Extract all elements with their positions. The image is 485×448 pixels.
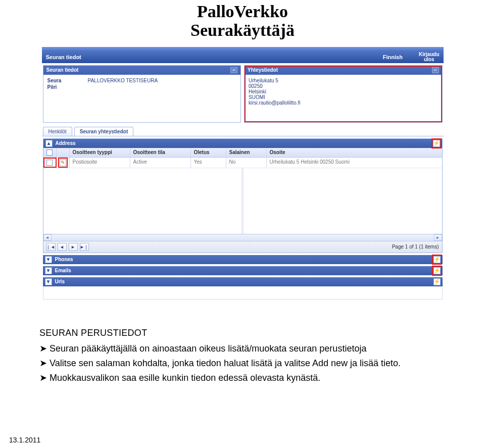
col-osoitteen-tila[interactable]: Osoitteen tila (130, 148, 191, 157)
expand-icon[interactable]: ▼ (45, 267, 52, 274)
section-title: Urls (55, 279, 65, 284)
contact-line: SUOMI (249, 94, 438, 100)
pager: ❘◄ ◄ ► ►❘ Page 1 of 1 (1 items) (43, 241, 442, 253)
kv-value: PALLOVERKKO TESTISEURA (88, 78, 237, 83)
panel-title-right: Yhteystiedot (248, 67, 278, 73)
expand-icon[interactable]: ▼ (45, 256, 52, 263)
col-osoite[interactable]: Osoite (267, 148, 442, 157)
header-checkbox-col (43, 148, 57, 157)
pager-prev-icon[interactable]: ◄ (58, 243, 67, 251)
bullet-item: ➤ Muokkausvalikon saa esille kunkin tied… (39, 372, 446, 384)
panel-title-left: Seuran tiedot (46, 67, 79, 73)
bullet-marker-icon: ➤ (39, 357, 50, 370)
grid-header: Osoitteen tyyppi Osoitteen tila Oletus S… (43, 148, 442, 158)
row-edit-cell[interactable]: ✎ (57, 158, 70, 168)
top-strip (42, 47, 444, 51)
section-phones[interactable]: ▼ Phones ⚡ (43, 255, 443, 264)
title-line1: PalloVerkko (197, 2, 288, 21)
address-grid: Osoitteen tyyppi Osoitteen tila Oletus S… (43, 148, 442, 253)
contact-line: 00250 (249, 83, 438, 89)
kv-row: Piiri (47, 84, 237, 90)
table-row[interactable]: ✎ Postiosoite Active Yes No Urheilukatu … (43, 158, 442, 168)
pager-next-icon[interactable]: ► (69, 243, 78, 251)
logout-button[interactable]: Kirjaudu ulos (419, 52, 440, 62)
cell-secret: No (226, 158, 267, 168)
panel-header-right: Yhteystiedot – (245, 66, 442, 75)
pencil-icon[interactable]: ✎ (60, 159, 66, 166)
bullet-item: ➤ Seuran pääkäyttäjällä on ainoastaan oi… (39, 342, 446, 355)
bullet-marker-icon: ➤ (39, 372, 50, 384)
document-title: PalloVerkko Seurakäyttäjä (0, 2, 485, 40)
language-selector[interactable]: Finnish (383, 54, 403, 60)
panel-collapse-icon[interactable]: – (230, 67, 237, 73)
cell-address: Urheilukatu 5 Helsinki 00250 Suomi (267, 158, 442, 168)
bullet-text: Valitse sen salaman kohdalta, jonka tied… (50, 357, 401, 370)
col-salainen[interactable]: Salainen (226, 148, 267, 157)
col-osoitteen-tyyppi[interactable]: Osoitteen tyyppi (70, 148, 130, 157)
kv-row: Seura PALLOVERKKO TESTISEURA (47, 78, 237, 83)
footer-date: 13.1.2011 (9, 436, 40, 444)
bullet-marker-icon: ➤ (39, 342, 50, 355)
section-title: Emails (55, 268, 71, 273)
menu-seuran-tiedot[interactable]: Seuran tiedot (46, 54, 81, 60)
cell-default: Yes (191, 158, 226, 168)
row-checkbox-cell[interactable] (43, 158, 57, 168)
pager-first-icon[interactable]: ❘◄ (46, 243, 56, 251)
title-line2: Seurakäyttäjä (190, 21, 295, 39)
panel-body-left: Seura PALLOVERKKO TESTISEURA Piiri (43, 75, 241, 122)
cell-type: Postiosoite (70, 158, 130, 168)
section-title: Phones (55, 257, 73, 262)
panel-header-left: Seuran tiedot – (43, 66, 241, 75)
bolt-icon[interactable]: ⚡ (433, 140, 440, 147)
bullet-item: ➤ Valitse sen salaman kohdalta, jonka ti… (39, 357, 446, 370)
contact-line: Helsinki (249, 89, 438, 94)
info-panels-row: Seuran tiedot – Seura PALLOVERKKO TESTIS… (42, 65, 444, 123)
panel-yhteystiedot: Yhteystiedot – Urheilukatu 5 00250 Helsi… (244, 65, 443, 123)
contact-line: Urheilukatu 5 (249, 78, 438, 83)
section-address: ▲ Address ⚡ Osoitteen tyyppi Osoitteen t… (43, 138, 443, 253)
cell-state: Active (130, 158, 191, 168)
checkbox-icon[interactable] (46, 150, 53, 156)
app-screenshot: Seuran tiedot Finnish Kirjaudu ulos Seur… (42, 47, 444, 300)
section-title: Address (56, 140, 76, 146)
kv-key: Seura (47, 78, 88, 83)
pager-text: Page 1 of 1 (1 items) (392, 244, 439, 250)
bolt-icon[interactable]: ⚡ (433, 256, 441, 263)
tab-seuran-yhteystiedot[interactable]: Seuran yhteystiedot (74, 127, 134, 136)
section-urls[interactable]: ▼ Urls ⚡ (43, 277, 443, 286)
menubar: Seuran tiedot Finnish Kirjaudu ulos (42, 51, 444, 63)
expand-icon[interactable]: ▼ (45, 278, 52, 285)
bolt-icon[interactable]: ⚡ (433, 267, 441, 274)
bullet-text: Muokkausvalikon saa esille kunkin tiedon… (50, 372, 320, 384)
horizontal-scrollbar[interactable] (43, 234, 442, 241)
tabs: Henkilöt Seuran yhteystiedot (42, 127, 444, 136)
pager-last-icon[interactable]: ►❘ (80, 243, 89, 251)
contact-line: kirsi.rautio@palloliitto.fi (249, 100, 438, 106)
kv-value (88, 84, 237, 90)
grid-empty-area (43, 168, 442, 234)
bolt-icon[interactable]: ⚡ (433, 278, 441, 285)
header-edit-col (57, 148, 70, 157)
kv-key: Piiri (47, 84, 88, 90)
section-header-address: ▲ Address ⚡ (43, 139, 442, 148)
bottom-blank (43, 286, 443, 300)
panel-collapse-icon[interactable]: – (432, 67, 439, 73)
instruction-heading: SEURAN PERUSTIEDOT (39, 327, 446, 339)
collapse-icon[interactable]: ▲ (45, 140, 53, 147)
panel-seuran-tiedot: Seuran tiedot – Seura PALLOVERKKO TESTIS… (43, 65, 241, 123)
section-emails[interactable]: ▼ Emails ⚡ (43, 266, 443, 275)
checkbox-icon[interactable] (46, 160, 53, 166)
bullet-text: Seuran pääkäyttäjällä on ainoastaan oike… (50, 342, 366, 355)
panel-body-right: Urheilukatu 5 00250 Helsinki SUOMI kirsi… (245, 75, 442, 122)
instruction-text: SEURAN PERUSTIEDOT ➤ Seuran pääkäyttäjäl… (39, 327, 446, 385)
tab-henkilot[interactable]: Henkilöt (43, 127, 72, 136)
col-oletus[interactable]: Oletus (191, 148, 226, 157)
